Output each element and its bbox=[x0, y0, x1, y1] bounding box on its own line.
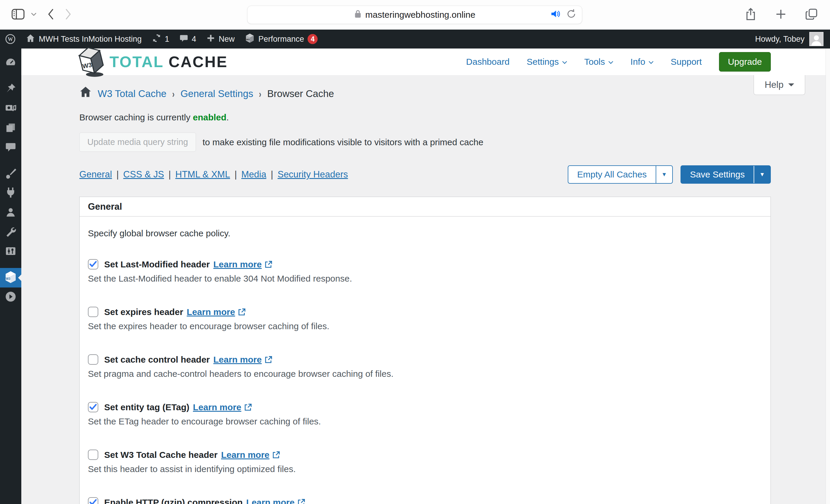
help-button[interactable]: Help bbox=[754, 75, 805, 95]
w3-cube-logo-icon: W3 bbox=[76, 45, 106, 79]
setting-description: Set the expires header to encourage brow… bbox=[88, 321, 762, 331]
tab-css-js[interactable]: CSS & JS bbox=[123, 169, 164, 180]
dashboard-gauge-icon bbox=[5, 57, 17, 69]
w3tc-cube-icon: W3 bbox=[245, 33, 255, 45]
status-line: Browser caching is currently enabled. bbox=[79, 112, 771, 123]
learn-more-link[interactable]: Learn more bbox=[246, 498, 306, 504]
panel-intro: Specify global browser cache policy. bbox=[88, 228, 762, 238]
save-settings-dropdown[interactable]: ▼ bbox=[754, 166, 770, 183]
breadcrumb-link[interactable]: General Settings bbox=[181, 88, 253, 99]
sidebar-item-posts[interactable] bbox=[0, 79, 21, 99]
svg-text:W3: W3 bbox=[246, 38, 250, 40]
plug-icon bbox=[5, 187, 17, 200]
wrench-icon bbox=[5, 226, 16, 238]
new-label: New bbox=[219, 35, 235, 44]
comments-icon bbox=[180, 34, 188, 45]
checkbox-unchecked[interactable] bbox=[88, 354, 98, 365]
howdy-menu-item[interactable]: Howdy, Tobey bbox=[755, 35, 804, 44]
sidebar-item-pages[interactable] bbox=[0, 118, 21, 138]
wp-side-menu: W3 bbox=[0, 48, 21, 504]
lock-icon bbox=[354, 9, 362, 21]
sidebar-item-settings[interactable] bbox=[0, 242, 21, 262]
tab-html-xml[interactable]: HTML & XML bbox=[175, 169, 230, 180]
checkbox-unchecked[interactable] bbox=[88, 307, 98, 317]
nav-item-info[interactable]: Info bbox=[631, 57, 653, 67]
chevron-down-icon bbox=[608, 61, 613, 64]
external-link-icon bbox=[264, 260, 273, 269]
status-badge: enabled bbox=[193, 112, 226, 122]
plugin-nav-links: DashboardSettingsToolsInfoSupportUpgrade bbox=[466, 52, 771, 72]
sidebar-item-plugins[interactable] bbox=[0, 183, 21, 203]
tab-security-headers[interactable]: Security Headers bbox=[278, 169, 348, 180]
setting-label: Set W3 Total Cache header bbox=[104, 450, 218, 460]
empty-all-caches-button[interactable]: Empty All Caches ▼ bbox=[568, 165, 673, 184]
back-icon[interactable] bbox=[47, 8, 55, 22]
setting-row: Set Last-Modified header Learn more Set … bbox=[88, 259, 762, 284]
update-media-query-button[interactable]: Update media query string bbox=[79, 133, 196, 152]
sidebar-item-users[interactable] bbox=[0, 203, 21, 223]
nav-item-settings[interactable]: Settings bbox=[526, 57, 567, 67]
breadcrumb-link[interactable]: W3 Total Cache bbox=[98, 88, 166, 99]
reload-icon[interactable] bbox=[567, 9, 576, 21]
learn-more-link[interactable]: Learn more bbox=[187, 307, 246, 317]
tab-overview-icon[interactable] bbox=[805, 8, 818, 22]
chevron-down-icon[interactable] bbox=[31, 12, 37, 18]
upgrade-button[interactable]: Upgrade bbox=[719, 52, 771, 72]
learn-more-link[interactable]: Learn more bbox=[214, 355, 273, 365]
setting-label: Set entity tag (ETag) bbox=[104, 402, 189, 412]
performance-label: Performance bbox=[258, 35, 304, 44]
breadcrumb: W3 Total Cache›General Settings›Browser … bbox=[79, 87, 771, 101]
comments-count: 4 bbox=[192, 35, 196, 44]
checkbox-checked[interactable] bbox=[88, 402, 98, 412]
collapse-menu-icon bbox=[4, 291, 17, 304]
save-settings-label[interactable]: Save Settings bbox=[681, 166, 754, 183]
chevron-down-icon: ▼ bbox=[760, 171, 765, 178]
audio-playing-icon[interactable] bbox=[550, 9, 561, 21]
nav-item-dashboard[interactable]: Dashboard bbox=[466, 57, 510, 67]
learn-more-link[interactable]: Learn more bbox=[193, 402, 252, 412]
setting-label: Set expires header bbox=[104, 307, 183, 317]
tab-media[interactable]: Media bbox=[241, 169, 266, 180]
sidebar-item-performance[interactable]: W3 bbox=[0, 268, 21, 288]
checkbox-unchecked[interactable] bbox=[88, 449, 98, 460]
section-tabs: General|CSS & JS|HTML & XML|Media|Securi… bbox=[79, 169, 348, 180]
address-bar[interactable]: masteringwebhosting.online bbox=[247, 6, 582, 24]
forward-icon[interactable] bbox=[65, 8, 72, 22]
browser-chrome: masteringwebhosting.online bbox=[0, 0, 830, 30]
checkbox-checked[interactable] bbox=[88, 497, 98, 504]
chevron-down-icon bbox=[788, 83, 794, 89]
share-icon[interactable] bbox=[745, 7, 757, 23]
update-note: to make existing file modifications visi… bbox=[202, 137, 483, 147]
sidebar-toggle-icon[interactable] bbox=[11, 8, 25, 21]
site-name: MWH Tests InMotion Hosting bbox=[39, 35, 142, 44]
learn-more-link[interactable]: Learn more bbox=[214, 259, 273, 269]
sidebar-item-dashboard[interactable] bbox=[0, 53, 21, 73]
nav-item-tools[interactable]: Tools bbox=[584, 57, 613, 67]
new-tab-icon[interactable] bbox=[775, 8, 787, 21]
status-suffix: . bbox=[226, 112, 229, 122]
sidebar-item-media[interactable] bbox=[0, 99, 21, 118]
empty-caches-dropdown[interactable]: ▼ bbox=[656, 166, 672, 183]
empty-all-caches-label[interactable]: Empty All Caches bbox=[568, 166, 656, 183]
checkbox-checked[interactable] bbox=[88, 259, 98, 269]
sidebar-item-tools[interactable] bbox=[0, 223, 21, 242]
home-icon[interactable] bbox=[79, 86, 92, 101]
avatar[interactable] bbox=[809, 32, 824, 46]
chevron-down-icon bbox=[562, 61, 567, 64]
page-scrollbar[interactable] bbox=[826, 48, 830, 504]
sidebar-item-collapse-menu[interactable] bbox=[0, 288, 21, 307]
sidebar-item-comments[interactable] bbox=[0, 138, 21, 157]
panel-title: General bbox=[79, 197, 770, 216]
performance-menu-item[interactable]: W3 Performance 4 bbox=[240, 30, 323, 48]
tab-general[interactable]: General bbox=[79, 169, 112, 180]
external-link-icon bbox=[238, 308, 246, 316]
sidebar-item-appearance[interactable] bbox=[0, 164, 21, 183]
wordpress-logo-icon[interactable]: W bbox=[0, 30, 21, 48]
media-icon bbox=[5, 102, 17, 115]
setting-row: Set W3 Total Cache header Learn more Set… bbox=[88, 449, 762, 474]
external-link-icon bbox=[244, 403, 252, 411]
nav-item-support[interactable]: Support bbox=[671, 57, 702, 67]
save-settings-button[interactable]: Save Settings ▼ bbox=[680, 165, 771, 184]
learn-more-link[interactable]: Learn more bbox=[221, 450, 280, 460]
external-link-icon bbox=[272, 451, 280, 459]
